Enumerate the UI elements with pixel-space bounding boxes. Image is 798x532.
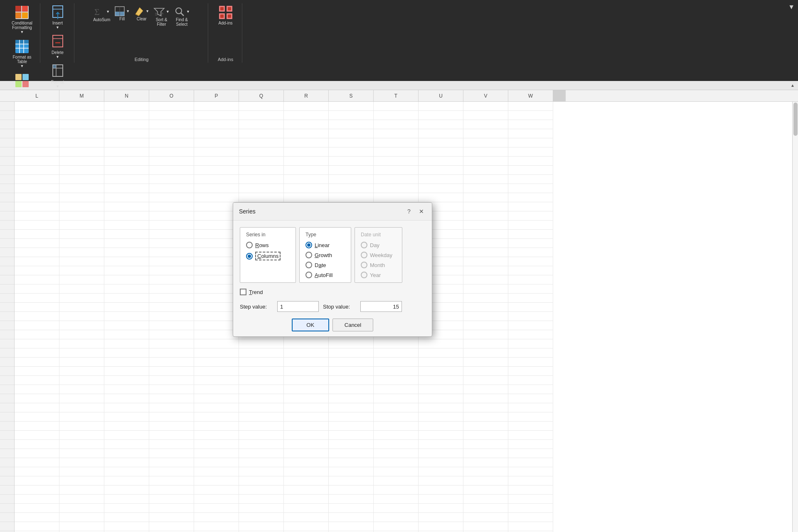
- clear-dropdown-icon: ▼: [145, 9, 149, 13]
- modal-overlay: Series ? ✕ Series in: [0, 90, 798, 532]
- stop-value-label: Stop value:: [323, 304, 356, 310]
- delete-button[interactable]: Delete ▼: [48, 33, 68, 61]
- svg-rect-38: [220, 15, 224, 18]
- series-in-rows-option[interactable]: Rows: [246, 242, 290, 248]
- autofill-radio[interactable]: [305, 272, 312, 278]
- dialog-title: Series: [239, 208, 256, 215]
- addins-group-label: Add-ins: [218, 57, 233, 63]
- columns-radio[interactable]: [246, 253, 253, 260]
- format-dropdown-icon: ▼: [56, 84, 59, 88]
- fill-icon: [114, 6, 125, 17]
- weekday-label: Weekday: [370, 252, 392, 258]
- autosum-label: AutoSum: [93, 17, 110, 22]
- dialog-buttons: OK Cancel: [240, 319, 425, 331]
- autosum-dropdown-icon: ▼: [106, 10, 110, 14]
- date-unit-weekday-option[interactable]: Weekday: [361, 252, 396, 258]
- collapse-arrow-icon[interactable]: ▲: [791, 83, 795, 88]
- ribbon-expand-button[interactable]: ▼: [788, 3, 795, 11]
- trend-row: Trend: [240, 289, 425, 295]
- scroll-indicator: ▲: [0, 81, 798, 90]
- type-autofill-option[interactable]: AutoFill: [305, 272, 345, 278]
- svg-rect-11: [15, 74, 22, 80]
- format-as-table-button[interactable]: Format asTable ▼: [10, 37, 34, 70]
- growth-radio[interactable]: [305, 252, 312, 258]
- clear-icon: [134, 6, 145, 17]
- sort-filter-label: Sort &Filter: [156, 17, 167, 27]
- insert-label: Insert: [52, 21, 63, 25]
- growth-label: Growth: [315, 252, 332, 258]
- format-label: Format: [51, 80, 64, 84]
- find-select-button[interactable]: ▼ Find &Select: [174, 6, 190, 27]
- day-label: Day: [370, 242, 379, 248]
- svg-rect-6: [15, 40, 29, 44]
- rows-label: Rows: [255, 242, 269, 248]
- type-linear-option[interactable]: Linear: [305, 242, 345, 248]
- autosum-button[interactable]: Σ ▼ AutoSum: [93, 6, 110, 22]
- date-radio[interactable]: [305, 262, 312, 268]
- fill-label: Fill: [119, 17, 125, 21]
- svg-rect-37: [228, 7, 231, 10]
- weekday-radio[interactable]: [361, 252, 367, 258]
- date-unit-year-option[interactable]: Year: [361, 272, 396, 278]
- series-dialog: Series ? ✕ Series in: [233, 202, 432, 337]
- conditional-formatting-label: ConditionalFormatting: [12, 21, 32, 30]
- svg-rect-36: [220, 7, 224, 10]
- ribbon-expand-icon: ▼: [788, 3, 795, 10]
- conditional-formatting-button[interactable]: ConditionalFormatting ▼: [9, 3, 35, 36]
- add-ins-label: Add-ins: [219, 21, 233, 25]
- format-icon: [51, 64, 64, 79]
- columns-label: Columns: [255, 252, 281, 260]
- day-radio[interactable]: [361, 242, 367, 248]
- type-growth-option[interactable]: Growth: [305, 252, 345, 258]
- svg-rect-23: [53, 65, 56, 68]
- rows-radio[interactable]: [246, 242, 253, 248]
- type-date-option[interactable]: Date: [305, 262, 345, 268]
- trend-checkbox[interactable]: [240, 289, 246, 295]
- step-stop-value-row: Step value: Stop value:: [240, 301, 425, 312]
- fill-button[interactable]: ▼ Fill: [114, 6, 130, 21]
- series-in-options: Rows Columns: [246, 242, 290, 260]
- insert-button[interactable]: Insert ▼: [48, 3, 68, 31]
- svg-rect-4: [22, 12, 28, 18]
- cancel-button[interactable]: Cancel: [332, 319, 373, 331]
- date-unit-day-option[interactable]: Day: [361, 242, 396, 248]
- date-label: Date: [315, 262, 326, 268]
- svg-rect-1: [15, 6, 21, 12]
- month-label: Month: [370, 262, 385, 268]
- format-button[interactable]: Format ▼: [48, 62, 68, 90]
- sort-filter-icon: [153, 6, 165, 17]
- stop-value-input[interactable]: [360, 301, 402, 312]
- month-radio[interactable]: [361, 262, 367, 268]
- year-radio[interactable]: [361, 272, 367, 278]
- svg-text:Σ: Σ: [94, 7, 100, 17]
- ribbon-group-editing: Σ ▼ AutoSum ▼: [75, 3, 208, 63]
- delete-dropdown-icon: ▼: [56, 55, 59, 59]
- dialog-help-button[interactable]: ?: [404, 207, 414, 216]
- ribbon-toolbar: ConditionalFormatting ▼ Format asTable ▼: [0, 0, 798, 64]
- find-select-icon: [174, 6, 185, 17]
- series-in-columns-option[interactable]: Columns: [246, 252, 290, 260]
- type-section: Type Linear Growth: [299, 227, 351, 283]
- dialog-body: Series in Rows Columns: [233, 221, 432, 336]
- fill-dropdown-icon: ▼: [126, 9, 130, 13]
- ribbon: ConditionalFormatting ▼ Format asTable ▼: [0, 0, 798, 81]
- spreadsheet: L M N O P Q R S T U V W: [0, 90, 798, 532]
- format-as-table-label: Format asTable: [13, 55, 32, 64]
- sort-filter-button[interactable]: ▼ Sort &Filter: [153, 6, 170, 27]
- date-unit-month-option[interactable]: Month: [361, 262, 396, 268]
- ribbon-group-addins: Add-ins Add-ins: [209, 3, 242, 63]
- trend-label: Trend: [249, 289, 263, 295]
- autofill-label: AutoFill: [315, 272, 332, 278]
- linear-radio[interactable]: [305, 242, 312, 248]
- dialog-close-button[interactable]: ✕: [417, 207, 426, 216]
- format-as-table-dropdown-icon: ▼: [20, 64, 24, 68]
- step-value-input[interactable]: [277, 301, 319, 312]
- linear-label: Linear: [315, 242, 330, 248]
- svg-rect-3: [15, 12, 21, 18]
- clear-button[interactable]: ▼ Clear: [134, 6, 149, 21]
- conditional-formatting-dropdown-icon: ▼: [20, 30, 24, 34]
- svg-rect-39: [228, 15, 231, 18]
- dialog-controls: ? ✕: [404, 207, 426, 216]
- add-ins-button[interactable]: Add-ins: [215, 3, 236, 27]
- ok-button[interactable]: OK: [292, 319, 329, 331]
